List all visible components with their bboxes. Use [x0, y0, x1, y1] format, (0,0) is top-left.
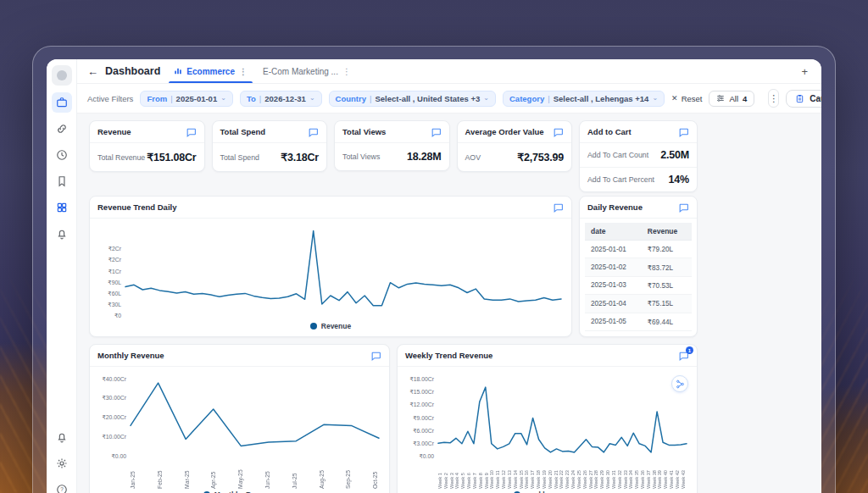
kpi-card-aov: Average Order Value AOV₹2,753.99: [457, 120, 573, 172]
chart-legend[interactable]: Monthly_Revenue: [90, 489, 389, 493]
weekly-trend-revenue-card: Weekly Trend Revenue 1 ₹18.00Cr₹15.00Cr₹…: [397, 344, 698, 493]
bell-icon: [56, 431, 68, 443]
causal-icon: [795, 94, 804, 103]
chart-legend[interactable]: Revenue: [90, 318, 571, 336]
chevron-down-icon: ⌄: [220, 95, 226, 102]
monthly-revenue-card: Monthly Revenue ₹40.00Cr₹30.00Cr₹20.00Cr…: [89, 344, 390, 493]
chevron-down-icon: ⌄: [483, 95, 489, 102]
app-logo: [52, 65, 72, 86]
comment-icon[interactable]: [370, 350, 381, 361]
comment-icon[interactable]: [553, 202, 564, 213]
tab-menu-icon[interactable]: ⋮: [239, 67, 248, 76]
filter-bar: Active Filters From | 2025-01-01 ⌄ To | …: [77, 84, 821, 114]
kpi-card-total-spend: Total Spend Total Spend₹3.18Cr: [212, 120, 328, 172]
monthly-revenue-line-chart[interactable]: [131, 375, 379, 457]
weekly-revenue-line-chart[interactable]: [438, 375, 687, 457]
kpi-value: 2.50M: [660, 149, 689, 161]
tab-label: E-Com Marketing ...: [263, 67, 338, 76]
kpi-value: ₹2,753.99: [517, 151, 564, 163]
comment-icon[interactable]: 1: [678, 350, 689, 361]
chart-legend[interactable]: weekly_revenue: [398, 489, 697, 493]
filter-chip-country[interactable]: Country | Select-all , United States +3 …: [329, 91, 496, 107]
sidebar-item-bookmarks[interactable]: [52, 171, 72, 191]
kpi-row: Revenue Total Revenue₹151.08Cr Total Spe…: [89, 120, 698, 192]
tab-ecom-marketing[interactable]: E-Com Marketing ... ⋮: [261, 59, 353, 83]
link-icon: [56, 123, 68, 135]
kpi-value: ₹151.08Cr: [147, 151, 196, 163]
signal-icon: [676, 379, 685, 389]
dashboard-panel: ? ← Dashboard Ecommerce ⋮ E-Com M: [47, 59, 821, 493]
gear-icon: [56, 457, 68, 469]
page-title: Dashboard: [105, 65, 160, 77]
tab-ecommerce[interactable]: Ecommerce ⋮: [172, 59, 249, 83]
col-header-revenue[interactable]: Revenue: [642, 223, 692, 241]
table-row[interactable]: 2025-01-02₹83.72L: [585, 258, 692, 276]
kpi-card-revenue: Revenue Total Revenue₹151.08Cr: [89, 120, 205, 172]
bookmark-icon: [56, 175, 68, 187]
filter-chip-category[interactable]: Category | Select-all , Lehengas +14 ⌄: [503, 91, 665, 107]
reset-filters-button[interactable]: ✕ Reset: [671, 94, 702, 103]
sidebar-item-alerts[interactable]: [52, 224, 72, 244]
daily-revenue-line-chart[interactable]: [125, 225, 561, 316]
table-row[interactable]: 2025-01-06₹59.16L: [585, 330, 692, 331]
sidebar-item-settings[interactable]: [52, 453, 72, 474]
dashboard-icon: [56, 97, 68, 108]
table-row[interactable]: 2025-01-03₹70.53L: [585, 276, 692, 294]
all-filters-button[interactable]: All 4: [709, 91, 754, 107]
add-tab-button[interactable]: +: [798, 65, 811, 78]
kpi-value: 14%: [669, 174, 689, 186]
bell-icon: [56, 228, 68, 240]
kpi-value: 18.28M: [407, 151, 442, 163]
table-row[interactable]: 2025-01-01₹79.20L: [585, 241, 692, 258]
filter-count: 4: [743, 94, 747, 103]
help-icon: ?: [56, 484, 68, 493]
daily-revenue-table-card: Daily Revenue date Revenue: [579, 196, 698, 337]
comment-icon[interactable]: [678, 126, 689, 137]
sidebar-item-apps[interactable]: [52, 197, 72, 218]
sidebar-item-links[interactable]: [52, 119, 72, 139]
chevron-down-icon: ⌄: [652, 95, 658, 102]
comment-icon[interactable]: [431, 126, 442, 137]
causal-insight-button[interactable]: [671, 375, 688, 392]
col-header-date[interactable]: date: [585, 223, 642, 241]
sidebar-item-history[interactable]: [52, 145, 72, 165]
grid-icon: [56, 202, 68, 213]
filter-chip-to[interactable]: To | 2026-12-31 ⌄: [240, 91, 322, 107]
comment-icon[interactable]: [553, 126, 564, 137]
y-axis-labels: ₹2Cr₹2Cr₹1Cr₹90L₹60L₹30L₹0: [95, 225, 125, 316]
legend-dot-icon: [310, 323, 317, 330]
sidebar-item-help[interactable]: ?: [52, 479, 72, 493]
comment-count-badge: 1: [686, 346, 693, 354]
table-row[interactable]: 2025-01-04₹75.15L: [585, 295, 692, 313]
active-filters-label: Active Filters: [87, 94, 133, 103]
dashboard-content: Revenue Total Revenue₹151.08Cr Total Spe…: [77, 114, 821, 493]
kpi-value: ₹3.18Cr: [281, 151, 319, 163]
sidebar-item-dashboard[interactable]: [52, 92, 72, 113]
app-window: ? ← Dashboard Ecommerce ⋮ E-Com M: [32, 46, 836, 493]
revenue-trend-daily-card: Revenue Trend Daily ₹2Cr₹2Cr₹1Cr₹90L₹60L…: [89, 196, 572, 337]
daily-row: Revenue Trend Daily ₹2Cr₹2Cr₹1Cr₹90L₹60L…: [89, 196, 698, 337]
x-axis-labels: Week 1Week 2Week 3Week 4Week 5Week 6Week…: [398, 457, 697, 489]
table-row[interactable]: 2025-01-05₹69.44L: [585, 313, 692, 330]
sidebar-item-notifications[interactable]: [52, 427, 72, 447]
kpi-card-add-to-cart: Add to Cart Add To Cart Count2.50M Add T…: [579, 120, 698, 192]
kebab-icon: ⋮: [769, 93, 778, 104]
back-button[interactable]: ←: [87, 66, 98, 77]
daily-revenue-table: date Revenue 2025-01-01₹79.20L 2025-01-0…: [585, 223, 692, 331]
tab-label: Ecommerce: [186, 67, 235, 76]
comment-icon[interactable]: [186, 126, 197, 137]
more-options-button[interactable]: ⋮: [768, 89, 779, 108]
causal-summary-button[interactable]: Causal Summary: [786, 90, 821, 108]
sidebar: ?: [47, 59, 77, 493]
tab-menu-icon[interactable]: ⋮: [342, 67, 351, 76]
comment-icon[interactable]: [678, 202, 689, 213]
x-axis-labels: Jan-25Feb-25Mar-25Apr-25May-25Jun-25Jul-…: [90, 457, 389, 489]
close-icon: ✕: [671, 94, 678, 102]
svg-text:?: ?: [60, 486, 64, 492]
y-axis-labels: ₹18.00Cr₹15.00Cr₹12.00Cr₹9.00Cr₹6.00Cr₹3…: [403, 375, 438, 457]
clock-icon: [56, 149, 68, 161]
tab-bar: ← Dashboard Ecommerce ⋮ E-Com Marketing …: [77, 59, 821, 84]
comment-icon[interactable]: [308, 126, 319, 137]
kpi-card-total-views: Total Views Total Views18.28M: [334, 120, 450, 171]
filter-chip-from[interactable]: From | 2025-01-01 ⌄: [140, 91, 233, 107]
